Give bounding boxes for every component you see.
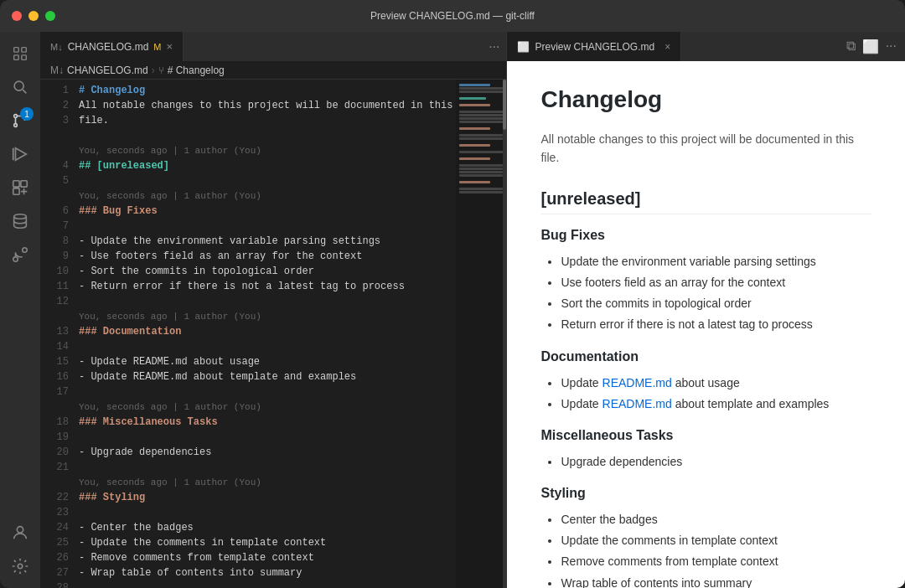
minimize-button[interactable] [28, 11, 39, 21]
code-editor: 1 2 3 4 5 6 7 8 9 10 11 12 13 14 15 16 [40, 80, 506, 588]
svg-point-8 [14, 124, 18, 127]
code-line: ### Styling [75, 490, 456, 505]
readme-link-2[interactable]: README.md [602, 397, 672, 410]
code-line [75, 128, 456, 143]
preview-content: Changelog All notable changes to this pr… [507, 61, 905, 588]
list-item: Upgrade dependencies [561, 451, 871, 472]
code-line [75, 294, 456, 309]
maximize-button[interactable] [45, 11, 55, 21]
preview-subtitle: All notable changes to this project will… [540, 130, 871, 168]
activity-bar: 1 [0, 32, 40, 588]
blame-line: You, seconds ago | 1 author (You) [75, 400, 456, 415]
svg-rect-11 [13, 181, 19, 187]
split-editor-icon[interactable]: ⧉ [846, 39, 856, 54]
close-button[interactable] [12, 11, 22, 21]
code-line [75, 460, 456, 475]
changelog-tab[interactable]: M↓ CHANGELOG.md M × [40, 32, 184, 61]
svg-point-16 [23, 248, 28, 253]
preview-icon: ⬜ [517, 41, 530, 53]
code-line: - Center the badges [75, 520, 456, 535]
preview-tab[interactable]: ⬜ Preview CHANGELOG.md × [507, 32, 681, 61]
window-controls [12, 11, 55, 21]
svg-line-5 [23, 90, 26, 93]
window-title: Preview CHANGELOG.md — git-cliff [370, 10, 535, 22]
code-line: - Update the comments in template contex… [75, 535, 456, 550]
breadcrumb-file: M↓ [50, 64, 64, 76]
code-line: - Sort the commits in topological order [75, 264, 456, 279]
preview-bug-fixes: Bug Fixes [540, 228, 871, 243]
list-item: Use footers field as an array for the co… [561, 272, 871, 293]
code-line: - Update README.md about usage [75, 354, 456, 369]
code-line: - Wrap table of contents into summary [75, 565, 456, 580]
source-control-icon[interactable]: 1 [5, 106, 35, 136]
tab-close-button[interactable]: × [167, 40, 173, 53]
editor-tab-bar: M↓ CHANGELOG.md M × ··· [40, 32, 506, 61]
preview-bug-fixes-list: Update the environment variable parsing … [540, 251, 871, 336]
editor-panel: M↓ CHANGELOG.md M × ··· M↓ CHANGELOG.md … [40, 32, 507, 588]
code-line [75, 173, 456, 188]
breadcrumb: M↓ CHANGELOG.md › ⑂ # Changelog [40, 61, 506, 80]
preview-h1: Changelog [540, 86, 871, 120]
main-container: 1 [0, 32, 905, 588]
code-line [75, 430, 456, 445]
preview-misc-tasks: Miscellaneous Tasks [540, 428, 871, 443]
svg-rect-2 [14, 55, 19, 60]
svg-rect-12 [21, 181, 27, 187]
editor-layout-icon[interactable]: ⬜ [862, 39, 879, 54]
more-actions-icon[interactable]: ··· [886, 39, 897, 54]
list-item: Wrap table of contents into summary [561, 573, 871, 588]
svg-point-6 [14, 115, 18, 118]
svg-marker-9 [16, 148, 27, 161]
changelog-tab-label: CHANGELOG.md [68, 41, 149, 53]
titlebar: Preview CHANGELOG.md — git-cliff [0, 0, 905, 32]
code-lines: # Changelog All notable changes to this … [75, 80, 456, 588]
tab-more-button[interactable]: ··· [489, 39, 499, 54]
list-item: Update README.md about template and exam… [561, 394, 871, 415]
readme-link[interactable]: README.md [602, 376, 672, 389]
preview-tab-label: Preview CHANGELOG.md [535, 41, 654, 53]
code-line: - Remove comments from template context [75, 550, 456, 565]
blame-line: You, seconds ago | 1 author (You) [75, 188, 456, 204]
run-debug-icon[interactable] [5, 139, 35, 169]
breadcrumb-section[interactable]: # Changelog [168, 64, 225, 76]
settings-icon[interactable] [5, 551, 35, 581]
source-control-badge: 1 [20, 107, 34, 121]
list-item: Sort the commits in topological order [561, 293, 871, 314]
explorer-icon[interactable] [5, 39, 35, 69]
code-line [75, 580, 456, 588]
minimap [456, 80, 506, 588]
code-line [75, 219, 456, 234]
code-line: - Update README.md about template and ex… [75, 369, 456, 384]
preview-documentation: Documentation [540, 349, 871, 364]
preview-styling-list: Center the badges Update the comments in… [540, 509, 871, 588]
modified-indicator: M [153, 42, 161, 52]
code-line [75, 339, 456, 354]
code-line [75, 505, 456, 520]
svg-rect-1 [22, 48, 27, 53]
code-line [75, 384, 456, 400]
extensions-icon[interactable] [5, 173, 35, 203]
code-line: # Changelog [75, 83, 456, 98]
code-line: file. [75, 113, 456, 128]
line-numbers: 1 2 3 4 5 6 7 8 9 10 11 12 13 14 15 16 [40, 80, 75, 588]
code-line: - Upgrade dependencies [75, 445, 456, 460]
list-item: Update the comments in template context [561, 530, 871, 551]
preview-misc-list: Upgrade dependencies [540, 451, 871, 472]
git-icon[interactable] [5, 240, 35, 270]
list-item: Remove comments from template context [561, 551, 871, 572]
md-file-icon: M↓ [50, 42, 63, 52]
preview-styling: Styling [540, 486, 871, 501]
svg-point-15 [13, 257, 18, 262]
search-icon[interactable] [5, 72, 35, 102]
account-icon[interactable] [5, 518, 35, 548]
blame-line: You, seconds ago | 1 author (You) [75, 475, 456, 490]
svg-point-18 [18, 564, 23, 569]
breadcrumb-filename[interactable]: CHANGELOG.md [67, 64, 148, 76]
code-line: ### Miscellaneous Tasks [75, 415, 456, 430]
list-item: Update the environment variable parsing … [561, 251, 871, 272]
database-icon[interactable] [5, 206, 35, 236]
code-line: ## [unreleased] [75, 158, 456, 173]
preview-panel: ⬜ Preview CHANGELOG.md × ⧉ ⬜ ··· Changel… [507, 32, 905, 588]
preview-unreleased: [unreleased] [540, 184, 871, 214]
preview-tab-close[interactable]: × [665, 41, 670, 53]
